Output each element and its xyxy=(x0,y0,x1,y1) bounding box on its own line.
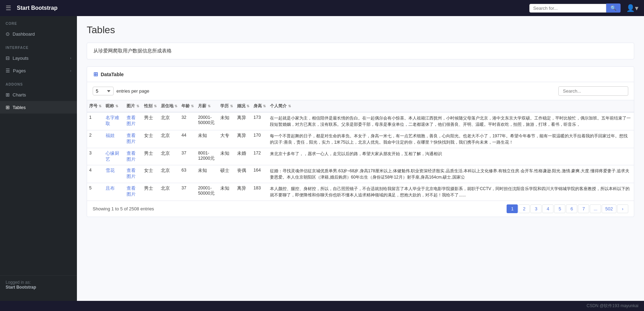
th-edu[interactable]: 学历 ⇅ xyxy=(218,100,235,113)
datatable-card-header: ⊞ DataTable xyxy=(87,67,634,82)
pic-link[interactable]: 查看图片 xyxy=(127,151,136,162)
search-bar: 🔍 xyxy=(529,3,621,13)
sidebar-section-addons: ADDONS xyxy=(0,77,77,88)
table-controls: 5 10 25 50 100 entries per page xyxy=(87,82,634,100)
sidebar: CORE ⊙ Dashboard INTERFACE ⊟ Layouts › ☰… xyxy=(0,16,77,301)
charts-icon: ⊞ xyxy=(6,92,10,97)
th-name[interactable]: 昵称 ⇅ xyxy=(103,100,124,113)
name-link[interactable]: 福娃 xyxy=(106,133,115,138)
page-button[interactable]: ... xyxy=(590,204,601,213)
th-gender[interactable]: 性别 ⇅ xyxy=(142,100,158,113)
table-search-input[interactable] xyxy=(558,86,628,96)
bottom-bar: CSDN @软件193 mayunkai xyxy=(0,301,644,311)
cell-location: 北京 xyxy=(159,165,179,183)
cell-location: 北京 xyxy=(159,148,179,165)
next-page-button[interactable]: › xyxy=(617,204,628,213)
cell-age: 37 xyxy=(179,183,196,201)
table-header-row: 序号 ⇅ 昵称 ⇅ 图片 ⇅ 性别 ⇅ 居住地 ⇅ 年龄 ⇅ 月薪 ⇅ 学历 ⇅… xyxy=(87,100,634,113)
pic-link[interactable]: 查看图片 xyxy=(127,186,136,197)
cell-age: 37 xyxy=(179,148,196,165)
data-table: 序号 ⇅ 昵称 ⇅ 图片 ⇅ 性别 ⇅ 居住地 ⇅ 年龄 ⇅ 月薪 ⇅ 学历 ⇅… xyxy=(87,100,634,201)
th-pic[interactable]: 图片 ⇅ xyxy=(124,100,142,113)
th-id[interactable]: 序号 ⇅ xyxy=(87,100,103,113)
navbar: ☰ Start Bootstrap 🔍 👤▾ xyxy=(0,0,644,16)
sidebar-item-pages[interactable]: ☰ Pages › xyxy=(0,64,77,77)
layouts-icon: ⊟ xyxy=(6,55,10,61)
cell-id: 5 xyxy=(87,183,103,201)
pagination: 1234567...502› xyxy=(507,204,628,213)
name-link[interactable]: 且布 xyxy=(106,186,115,191)
th-intro[interactable]: 个人简介 ⇅ xyxy=(268,100,634,113)
page-button[interactable]: 502 xyxy=(602,204,616,213)
name-link[interactable]: 雪花 xyxy=(106,168,115,173)
table-row: 2 福娃 查看图片 女士 北京 44 未知 大专 离异 170 每一个不普起舞的… xyxy=(87,130,634,148)
cell-marriage: 离异 xyxy=(235,112,251,130)
table-row: 3 心缘厨艺 查看图片 男士 北京 37 8001-12000元 未知 未婚 1… xyxy=(87,148,634,165)
user-menu-button[interactable]: 👤▾ xyxy=(626,4,638,12)
cell-id: 1 xyxy=(87,112,103,130)
th-age[interactable]: 年龄 ⇅ xyxy=(179,100,196,113)
pages-icon: ☰ xyxy=(6,68,10,73)
pic-link[interactable]: 查看图片 xyxy=(127,168,136,179)
cell-pic: 查看图片 xyxy=(124,130,142,148)
name-link[interactable]: 心缘厨艺 xyxy=(106,151,119,162)
sidebar-item-label-dashboard: Dashboard xyxy=(13,31,35,37)
entries-per-page-select[interactable]: 5 10 25 50 100 xyxy=(93,87,114,95)
table-row: 1 名字难取 查看图片 男士 北京 32 20001-50000元 未知 离异 … xyxy=(87,112,634,130)
table-row: 4 雪花 查看图片 女士 北京 63 未知 硕士 丧偶 164 征婚：寻找灵魂伴… xyxy=(87,165,634,183)
cell-name: 雪花 xyxy=(103,165,124,183)
cell-height: 164 xyxy=(251,165,268,183)
sidebar-item-charts[interactable]: ⊞ Charts xyxy=(0,88,77,101)
cell-name: 且布 xyxy=(103,183,124,201)
sidebar-section-core: CORE xyxy=(0,16,77,28)
pic-link[interactable]: 查看图片 xyxy=(127,115,136,126)
hamburger-button[interactable]: ☰ xyxy=(6,4,11,12)
page-button[interactable]: 1 xyxy=(507,204,518,213)
cell-location: 北京 xyxy=(159,112,179,130)
cell-location: 北京 xyxy=(159,183,179,201)
page-button[interactable]: 5 xyxy=(554,204,565,213)
cell-age: 32 xyxy=(179,112,196,130)
page-button[interactable]: 3 xyxy=(530,204,542,213)
th-salary[interactable]: 月薪 ⇅ xyxy=(196,100,218,113)
cell-height: 172 xyxy=(251,148,268,165)
cell-intro: 来北京十多年了，，愿求一心人，走完以后的路，希望大家从朋友开始，互相了解，沟通相… xyxy=(268,148,634,165)
sidebar-item-label-tables: Tables xyxy=(13,105,26,110)
sidebar-item-tables[interactable]: ⊞ Tables xyxy=(0,101,77,114)
sidebar-section-interface: INTERFACE xyxy=(0,40,77,52)
th-location[interactable]: 居住地 ⇅ xyxy=(159,100,179,113)
datatable-title: DataTable xyxy=(101,72,124,77)
th-height[interactable]: 身高 ⇅ xyxy=(251,100,268,113)
cell-salary: 20001-50000元 xyxy=(196,183,218,201)
cell-salary: 8001-12000元 xyxy=(196,148,218,165)
cell-height: 173 xyxy=(251,112,268,130)
page-button[interactable]: 6 xyxy=(566,204,577,213)
sidebar-item-dashboard[interactable]: ⊙ Dashboard xyxy=(0,28,77,40)
cell-id: 3 xyxy=(87,148,103,165)
cell-edu: 未知 xyxy=(218,183,235,201)
credit-text: CSDN @软件193 mayunkai xyxy=(587,303,638,308)
cell-salary: 20001-50000元 xyxy=(196,112,218,130)
sidebar-item-label-layouts: Layouts xyxy=(13,56,29,61)
table-search xyxy=(558,86,628,96)
cell-pic: 查看图片 xyxy=(124,165,142,183)
datatable-icon: ⊞ xyxy=(93,71,98,78)
navbar-right: 🔍 👤▾ xyxy=(529,3,638,13)
cell-intro: 每一个不普起舞的日子，都是对生命的辜负。本女子，身高一米七，有一点艺术细胞，善良… xyxy=(268,130,634,148)
name-link[interactable]: 名字难取 xyxy=(106,115,119,126)
layout: CORE ⊙ Dashboard INTERFACE ⊟ Layouts › ☰… xyxy=(0,16,644,301)
th-marriage[interactable]: 婚况 ⇅ xyxy=(235,100,251,113)
search-button[interactable]: 🔍 xyxy=(606,3,621,13)
pic-link[interactable]: 查看图片 xyxy=(127,133,136,144)
cell-edu: 大专 xyxy=(218,130,235,148)
cell-gender: 男士 xyxy=(142,148,158,165)
cell-name: 心缘厨艺 xyxy=(103,148,124,165)
cell-pic: 查看图片 xyxy=(124,183,142,201)
page-button[interactable]: 2 xyxy=(518,204,530,213)
cell-pic: 查看图片 xyxy=(124,112,142,130)
page-button[interactable]: 7 xyxy=(578,204,589,213)
page-button[interactable]: 4 xyxy=(542,204,553,213)
search-input[interactable] xyxy=(529,4,606,13)
cell-gender: 男士 xyxy=(142,112,158,130)
sidebar-item-layouts[interactable]: ⊟ Layouts › xyxy=(0,52,77,64)
